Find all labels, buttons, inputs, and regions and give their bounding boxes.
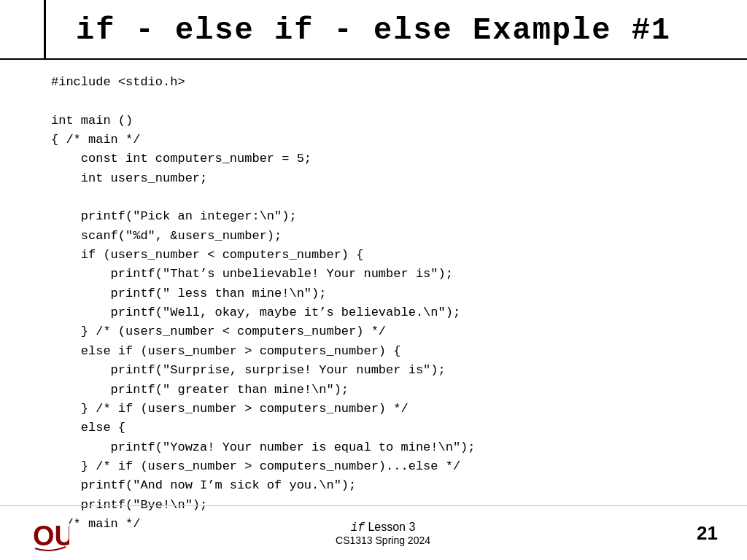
ou-logo: OU: [29, 513, 69, 553]
slide-footer: OU if Lesson 3 CS1313 Spring 2024 21: [0, 505, 747, 560]
footer-course-label: CS1313 Spring 2024: [336, 534, 430, 546]
svg-text:OU: OU: [33, 521, 69, 551]
footer-center: if Lesson 3 CS1313 Spring 2024: [336, 521, 430, 546]
code-block: #include <stdio.h> int main () { /* main…: [0, 60, 747, 541]
slide-header: if - else if - else Example #1: [0, 0, 747, 60]
vertical-divider: [44, 0, 46, 58]
footer-if-label: if: [351, 521, 365, 534]
slide-title: if - else if - else Example #1: [29, 13, 718, 48]
footer-lesson-label: Lesson 3: [365, 521, 415, 533]
page-number: 21: [697, 522, 718, 545]
